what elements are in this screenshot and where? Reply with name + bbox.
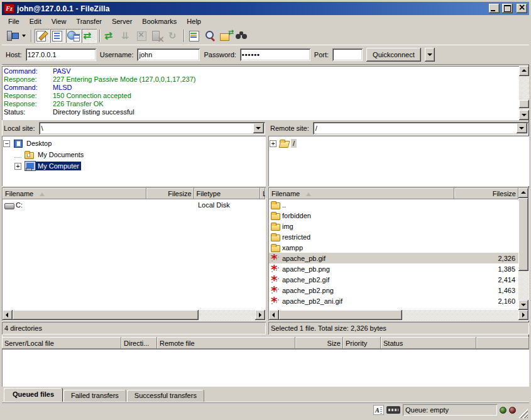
menu-item[interactable]: View	[47, 16, 72, 26]
remote-horizontal-scrollbar[interactable]	[269, 310, 528, 320]
menu-item[interactable]: Edit	[25, 16, 47, 26]
toolbar-button[interactable]	[166, 29, 181, 43]
remote-site-value: /	[313, 124, 517, 132]
toolbar-button[interactable]	[187, 29, 202, 43]
toolbar-button[interactable]	[99, 30, 101, 42]
file-row[interactable]: xampp	[269, 242, 518, 253]
queue-list-area[interactable]	[2, 349, 529, 387]
scroll-right-button[interactable]	[255, 310, 265, 320]
queue-column-header[interactable]: Server/Local file	[2, 337, 121, 349]
remote-site-combo[interactable]: /	[313, 122, 528, 135]
scroll-up-button[interactable]	[518, 188, 528, 198]
toolbar-button[interactable]	[219, 29, 234, 43]
column-header[interactable]: Filesize	[454, 188, 518, 199]
toolbar-button[interactable]	[35, 29, 50, 43]
queue-column-header[interactable]: Size	[295, 337, 343, 349]
quickconnect-dropdown[interactable]	[425, 48, 435, 62]
column-header[interactable]: L	[260, 188, 265, 199]
tree-expander[interactable]	[14, 157, 21, 158]
log-line-label: Response:	[4, 92, 53, 100]
tree-item[interactable]: Desktop	[3, 138, 265, 149]
local-horizontal-scrollbar[interactable]	[3, 310, 265, 320]
toolbar-button[interactable]	[31, 30, 32, 42]
queue-column-header[interactable]: Status	[381, 337, 476, 349]
remote-vertical-scrollbar[interactable]	[518, 188, 528, 310]
combo-dropdown-arrow-icon[interactable]	[253, 123, 264, 133]
host-input[interactable]	[26, 48, 96, 61]
tree-item[interactable]: My Computer	[3, 160, 265, 172]
menu-item[interactable]: Bookmarks	[137, 16, 182, 26]
close-button[interactable]	[517, 4, 527, 13]
toolbar-button[interactable]	[4, 29, 19, 43]
tree-item[interactable]: /	[270, 138, 528, 149]
tree-expander[interactable]	[270, 140, 276, 147]
resize-grip[interactable]	[518, 409, 528, 418]
password-input[interactable]	[240, 48, 310, 61]
scroll-down-button[interactable]	[518, 300, 528, 310]
file-row[interactable]: apache_pb2.png 1,463	[269, 285, 518, 296]
scroll-thumb[interactable]	[519, 100, 529, 108]
file-row[interactable]: img	[269, 221, 518, 231]
queue-column-header[interactable]: Directi...	[121, 337, 157, 349]
quickconnect-button[interactable]: Quickconnect	[366, 48, 421, 62]
tree-expander[interactable]	[3, 140, 10, 147]
title-bar[interactable]: Fz john@127.0.0.1 - FileZilla	[2, 2, 529, 15]
queue-tab[interactable]: Failed transfers	[63, 390, 126, 402]
scroll-left-button[interactable]	[3, 310, 13, 320]
speed-limits-icon	[386, 406, 400, 414]
toolbar-button[interactable]	[103, 29, 118, 43]
file-row[interactable]: apache_pb.gif 2,326	[269, 253, 518, 263]
scroll-up-button[interactable]	[519, 66, 529, 76]
log-scrollbar[interactable]	[519, 66, 529, 120]
toolbar-button[interactable]	[20, 29, 28, 43]
log-line-label: Response:	[4, 75, 53, 84]
toolbar-button[interactable]	[183, 30, 185, 42]
column-header[interactable]: Filename	[3, 188, 146, 199]
tree-expander[interactable]	[14, 163, 21, 170]
menu-item[interactable]: File	[3, 16, 25, 26]
column-header[interactable]: Filename	[269, 188, 454, 199]
file-row[interactable]: apache_pb2.gif 2,414	[269, 274, 518, 285]
file-row[interactable]: forbidden	[269, 210, 518, 221]
queue-tab[interactable]: Successful transfers	[127, 390, 204, 402]
queue-column-header[interactable]: Remote file	[157, 337, 295, 349]
file-name: apache_pb2.png	[282, 287, 334, 294]
scroll-thumb[interactable]	[13, 310, 199, 320]
scroll-thumb[interactable]	[518, 198, 528, 271]
scroll-right-button[interactable]	[518, 310, 528, 320]
queue-column-header[interactable]: Priority	[343, 337, 381, 349]
toolbar-button[interactable]	[66, 29, 81, 43]
queue-column-header[interactable]	[476, 337, 529, 349]
minimize-button[interactable]	[489, 4, 500, 13]
menu-item[interactable]: Transfer	[71, 16, 107, 26]
column-header[interactable]: Filesize	[146, 188, 194, 199]
toolbar-button[interactable]	[134, 29, 150, 43]
combo-dropdown-arrow-icon[interactable]	[517, 123, 527, 133]
local-site-combo[interactable]: \	[39, 122, 265, 135]
file-row[interactable]: restricted	[269, 231, 518, 242]
toolbar-button[interactable]	[203, 29, 218, 43]
file-name: ..	[282, 201, 286, 209]
file-size: 1,385	[454, 265, 518, 273]
tree-item[interactable]: My Documents	[3, 149, 265, 160]
scroll-thumb[interactable]	[279, 310, 402, 320]
menu-item[interactable]: Help	[182, 16, 206, 26]
queue-tab[interactable]: Queued files	[4, 388, 63, 402]
file-row[interactable]: ..	[269, 199, 518, 210]
toolbar-button[interactable]	[50, 29, 65, 43]
tree-item-icon	[13, 139, 23, 148]
toolbar-button[interactable]	[234, 29, 249, 43]
scroll-left-button[interactable]	[269, 310, 279, 320]
maximize-button[interactable]	[502, 4, 513, 13]
scroll-down-button[interactable]	[519, 110, 529, 120]
file-row[interactable]: apache_pb2_ani.gif 2,160	[269, 296, 518, 306]
username-input[interactable]	[137, 48, 200, 61]
file-row[interactable]: C: Local Disk	[3, 199, 265, 210]
port-input[interactable]	[332, 48, 363, 61]
toolbar-button[interactable]	[82, 29, 97, 43]
column-header[interactable]: Filetype	[194, 188, 261, 199]
menu-item[interactable]: Server	[107, 16, 137, 26]
file-row[interactable]: apache_pb.png 1,385	[269, 263, 518, 274]
toolbar-button[interactable]	[119, 29, 134, 43]
toolbar-button[interactable]	[150, 29, 165, 43]
